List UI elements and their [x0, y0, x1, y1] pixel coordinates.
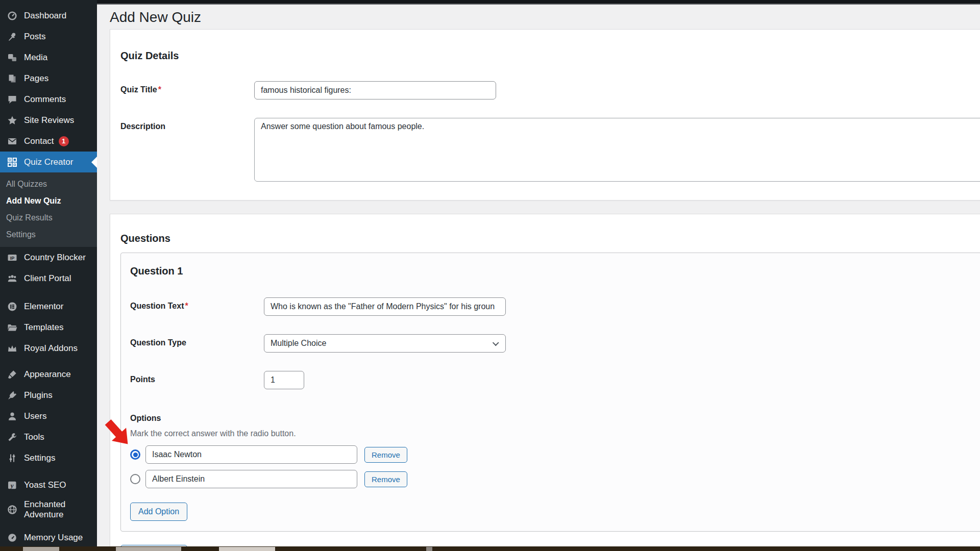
svg-text:IP: IP	[10, 255, 15, 260]
sliders-icon	[7, 453, 18, 463]
admin-topbar-strip	[97, 0, 980, 5]
question-text-row: Question Text*	[130, 297, 980, 316]
sidebar-subitem-settings[interactable]: Settings	[0, 226, 97, 243]
ip-icon: IP	[7, 253, 18, 263]
crown-icon	[7, 343, 18, 354]
chevron-down-icon	[493, 339, 499, 346]
question-type-row: Question Type Multiple Choice	[130, 334, 980, 353]
notification-badge: 1	[59, 136, 69, 146]
option-row: Remove	[130, 470, 980, 488]
sidebar-subitem-all-quizzes[interactable]: All Quizzes	[0, 176, 97, 192]
sidebar-item-label: Comments	[24, 94, 66, 105]
sidebar-subitem-quiz-results[interactable]: Quiz Results	[0, 209, 97, 226]
sidebar-item-appearance[interactable]: Appearance	[0, 364, 97, 385]
sidebar-subitem-add-new-quiz[interactable]: Add New Quiz	[0, 192, 97, 209]
wrench-icon	[7, 432, 18, 442]
description-row: Description Answer some question about f…	[120, 118, 980, 182]
sidebar-item-client-portal[interactable]: Client Portal	[0, 268, 97, 289]
plugin-icon	[7, 390, 18, 400]
points-label: Points	[130, 371, 264, 384]
sidebar-item-settings[interactable]: Settings	[0, 447, 97, 468]
quiz-details-heading: Quiz Details	[120, 50, 980, 62]
media-icon	[7, 53, 18, 63]
taskbar-segment	[219, 547, 275, 551]
sidebar-item-enchanted-adventure[interactable]: Enchanted Adventure	[0, 495, 97, 524]
user-icon	[7, 411, 18, 421]
dashboard-icon	[7, 11, 18, 21]
points-input[interactable]	[264, 371, 304, 389]
globe-icon	[7, 505, 18, 515]
sidebar-item-label: Appearance	[24, 369, 71, 380]
question-type-select[interactable]: Multiple Choice	[264, 334, 506, 353]
sidebar-item-tools[interactable]: Tools	[0, 427, 97, 447]
sidebar-item-royal-addons[interactable]: Royal Addons	[0, 338, 97, 359]
sidebar-item-label: Dashboard	[24, 11, 66, 21]
sidebar-item-label: Site Reviews	[24, 115, 74, 126]
sidebar-item-comments[interactable]: Comments	[0, 89, 97, 110]
comment-icon	[7, 94, 18, 105]
sidebar-item-pages[interactable]: Pages	[0, 68, 97, 89]
quiz-title-label: Quiz Title*	[120, 81, 254, 94]
sidebar-item-label: Memory Usage	[24, 533, 83, 543]
envelope-icon	[7, 136, 18, 146]
admin-sidebar: DashboardPostsMediaPagesCommentsSite Rev…	[0, 0, 97, 551]
remove-option-button[interactable]: Remove	[364, 447, 407, 463]
sidebar-item-users[interactable]: Users	[0, 406, 97, 427]
brush-icon	[7, 369, 18, 380]
sidebar-item-country-blocker[interactable]: IPCountry Blocker	[0, 247, 97, 268]
questions-heading: Questions	[120, 233, 980, 244]
sidebar-item-label: Elementor	[24, 302, 63, 312]
question-box: Question 1 Question Text* Question Type …	[120, 253, 980, 532]
option-text-input[interactable]	[145, 445, 357, 464]
sidebar-item-label: Country Blocker	[24, 253, 86, 263]
page-title: Add New Quiz	[110, 10, 980, 25]
people-icon	[7, 273, 18, 284]
option-text-input[interactable]	[145, 470, 357, 488]
main-content: Add New Quiz Quiz Details Quiz Title* De…	[97, 0, 980, 551]
quiz-title-input[interactable]	[254, 81, 496, 99]
sidebar-item-label: Pages	[24, 73, 48, 84]
sidebar-item-memory-usage[interactable]: Memory Usage	[0, 527, 97, 548]
grid-icon	[7, 157, 18, 167]
elementor-icon	[7, 302, 18, 312]
remove-option-button[interactable]: Remove	[364, 471, 407, 487]
required-asterisk: *	[185, 302, 188, 310]
question-text-input[interactable]	[264, 297, 506, 316]
pages-icon	[7, 73, 18, 84]
options-list: RemoveRemove	[130, 445, 980, 488]
sidebar-item-label: Enchanted Adventure	[24, 499, 84, 520]
sidebar-item-label: Royal Addons	[24, 343, 78, 354]
taskbar-segment	[23, 547, 59, 551]
sidebar-item-label: Media	[24, 53, 47, 63]
sidebar-item-yoast-seo[interactable]: yYoast SEO	[0, 474, 97, 495]
sidebar-item-label: Users	[24, 411, 46, 421]
taskbar-strip	[0, 546, 980, 551]
sidebar-item-label: Plugins	[24, 390, 53, 400]
sidebar-item-contact[interactable]: Contact1	[0, 131, 97, 152]
sidebar-item-site-reviews[interactable]: Site Reviews	[0, 110, 97, 131]
quiz-title-row: Quiz Title*	[120, 81, 980, 99]
correct-answer-radio[interactable]	[130, 474, 140, 484]
options-hint: Mark the correct answer with the radio b…	[130, 429, 980, 438]
option-row: Remove	[130, 445, 980, 464]
sidebar-item-media[interactable]: Media	[0, 47, 97, 68]
sidebar-item-dashboard[interactable]: Dashboard	[0, 5, 97, 26]
sidebar-item-label: Yoast SEO	[24, 480, 66, 490]
sidebar-item-posts[interactable]: Posts	[0, 26, 97, 47]
sidebar-item-label: Quiz Creator	[24, 157, 73, 167]
quiz-details-card: Quiz Details Quiz Title* Description Ans…	[110, 29, 980, 201]
memory-icon	[7, 533, 18, 543]
pin-icon	[7, 32, 18, 42]
sidebar-item-templates[interactable]: Templates	[0, 317, 97, 338]
sidebar-item-elementor[interactable]: Elementor	[0, 296, 97, 317]
description-textarea[interactable]: Answer some question about famous people…	[254, 118, 980, 182]
sidebar-item-plugins[interactable]: Plugins	[0, 385, 97, 406]
star-icon	[7, 115, 18, 126]
correct-answer-radio-selected[interactable]	[130, 449, 140, 460]
sidebar-item-label: Templates	[24, 322, 63, 333]
add-option-button[interactable]: Add Option	[130, 503, 187, 521]
options-label: Options	[130, 414, 980, 423]
sidebar-item-quiz-creator[interactable]: Quiz Creator	[0, 152, 97, 172]
sidebar-item-label: Settings	[24, 453, 55, 463]
sidebar-item-label: Posts	[24, 32, 46, 42]
